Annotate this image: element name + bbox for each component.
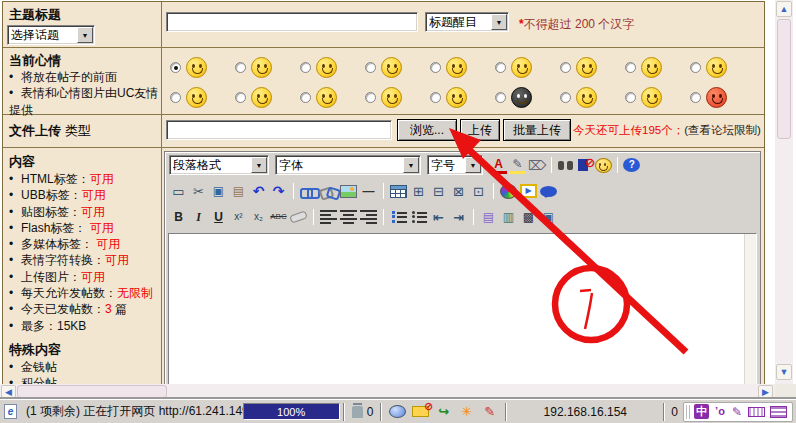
- insert-column-icon[interactable]: ⊟: [430, 183, 447, 200]
- smile-emoticon-icon: [186, 57, 207, 78]
- insert-row-icon[interactable]: ⊠: [450, 183, 467, 200]
- undo-icon[interactable]: ↶: [250, 183, 267, 200]
- underline-icon[interactable]: U: [210, 209, 227, 226]
- insert-image-icon[interactable]: [340, 185, 357, 198]
- emoticon-radio-ninja[interactable]: [495, 92, 506, 103]
- emoticon-radio-hammer[interactable]: [625, 92, 636, 103]
- align-right-icon[interactable]: [360, 209, 377, 226]
- view-source-icon[interactable]: ▥: [500, 209, 517, 226]
- emoticon-radio-surprised[interactable]: [690, 62, 701, 73]
- new-document-icon[interactable]: ▭: [170, 183, 187, 200]
- preview-icon[interactable]: ▣: [540, 209, 557, 226]
- emoticon-radio-sad[interactable]: [560, 92, 571, 103]
- align-center-icon[interactable]: [340, 209, 357, 226]
- superscript-icon[interactable]: x²: [230, 209, 247, 226]
- emoticon-radio-sweat[interactable]: [430, 92, 441, 103]
- bold-icon[interactable]: B: [170, 209, 187, 226]
- indent-icon[interactable]: ⇥: [450, 209, 467, 226]
- horizontal-rule-icon[interactable]: ―: [360, 183, 377, 200]
- forum-limit-link[interactable]: (查看论坛限制): [684, 124, 761, 136]
- font-family-select[interactable]: 字体 ▼: [275, 155, 421, 175]
- emoticon-radio-frown[interactable]: [235, 92, 246, 103]
- ordered-list-icon[interactable]: [390, 209, 407, 226]
- network-icon[interactable]: [389, 405, 406, 418]
- scroll-left-button[interactable]: ◀: [1, 385, 16, 398]
- uc-block-icon[interactable]: [576, 157, 593, 174]
- page-vertical-scrollbar[interactable]: ▲ ▼: [775, 0, 793, 384]
- insert-quote-icon[interactable]: [540, 186, 557, 197]
- redo-icon[interactable]: ↷: [270, 183, 287, 200]
- emoticon-radio-shy[interactable]: [235, 62, 246, 73]
- subscript-icon[interactable]: x₂: [250, 209, 267, 226]
- alert-icon[interactable]: ✳: [458, 403, 475, 420]
- ime-keyboard-icon[interactable]: [748, 407, 765, 417]
- popup-blocked-icon[interactable]: [412, 406, 429, 417]
- ime-menu-icon[interactable]: [770, 406, 787, 418]
- help-icon[interactable]: ?: [623, 158, 640, 172]
- paste-icon[interactable]: ▤: [230, 183, 247, 200]
- font-size-select[interactable]: 字号 ▼: [427, 155, 483, 175]
- emoticon-radio-tongue[interactable]: [430, 62, 441, 73]
- strikethrough-icon[interactable]: ABC: [270, 209, 287, 226]
- highlight-icon[interactable]: ✎: [509, 157, 526, 174]
- download-icon[interactable]: ↪: [435, 403, 452, 420]
- emoticon-radio-angry[interactable]: [690, 92, 701, 103]
- paragraph-format-select[interactable]: 段落格式 ▼: [169, 155, 269, 175]
- emoticon-radio-sleepy[interactable]: [625, 62, 636, 73]
- insert-table-icon[interactable]: [390, 185, 407, 198]
- find-icon[interactable]: [557, 157, 574, 174]
- horizontal-scroll-thumb[interactable]: [17, 385, 167, 398]
- browse-button[interactable]: 浏览...: [397, 119, 457, 141]
- emoticon-radio-lick[interactable]: [560, 62, 571, 73]
- ime-grip-handle[interactable]: [686, 405, 690, 419]
- title-style-select[interactable]: 标题醒目 ▼: [425, 12, 509, 32]
- cut-icon[interactable]: ✂: [190, 183, 207, 200]
- scroll-down-button[interactable]: ▼: [776, 364, 792, 380]
- select-all-icon[interactable]: ▩: [520, 209, 537, 226]
- paste-plain-icon[interactable]: ▤: [480, 209, 497, 226]
- ime-pen-icon[interactable]: ✎: [731, 403, 743, 420]
- remove-format-icon[interactable]: [289, 210, 308, 223]
- emoticon-radio-smile[interactable]: [170, 62, 181, 73]
- insert-media-icon[interactable]: ▶: [520, 184, 537, 198]
- emoticon-radio-cool-sunglasses[interactable]: [495, 62, 506, 73]
- eraser-3d-icon[interactable]: ⌦: [528, 157, 546, 174]
- remove-link-icon[interactable]: [320, 183, 337, 200]
- insert-emoticon-icon[interactable]: [595, 158, 612, 173]
- ime-lang-icon[interactable]: 中: [694, 404, 709, 419]
- batch-upload-button[interactable]: 批量上传: [503, 119, 571, 141]
- subject-title-input[interactable]: [166, 12, 418, 32]
- laugh-cry-emoticon-icon: [381, 87, 402, 108]
- insert-flash-icon[interactable]: [500, 184, 517, 199]
- toolbar-separator: [383, 183, 384, 199]
- page-horizontal-scrollbar[interactable]: ◀ ▶: [0, 384, 775, 399]
- edit-page-icon[interactable]: ✎: [481, 403, 498, 420]
- scroll-right-button[interactable]: ▶: [758, 385, 773, 398]
- emoticon-radio-yawn[interactable]: [300, 92, 311, 103]
- file-upload-input[interactable]: [166, 120, 392, 140]
- hyperlink-icon[interactable]: [300, 183, 317, 200]
- emoticon-radio-heart-eyes[interactable]: [365, 62, 376, 73]
- copy-icon[interactable]: ▣: [210, 183, 227, 200]
- align-left-icon[interactable]: [320, 209, 337, 226]
- topic-select[interactable]: 选择话题 ▼: [7, 25, 95, 45]
- emoticon-radio-question[interactable]: [170, 92, 181, 103]
- italic-icon[interactable]: I: [190, 209, 207, 226]
- editor-scrollbar[interactable]: [744, 234, 756, 384]
- toolbar-icons-1: A✎⌦?: [489, 157, 641, 174]
- ime-tone-icon[interactable]: ʼo: [714, 403, 726, 420]
- editor-text-area[interactable]: [168, 233, 757, 385]
- vertical-scroll-thumb[interactable]: [777, 19, 791, 139]
- scroll-up-button[interactable]: ▲: [776, 1, 792, 17]
- emoticon-radio-blush[interactable]: [300, 62, 311, 73]
- upload-button[interactable]: 上传: [460, 119, 500, 141]
- insert-cell-icon[interactable]: ⊞: [410, 183, 427, 200]
- font-color-icon[interactable]: A: [490, 157, 507, 174]
- unordered-list-icon[interactable]: [410, 209, 427, 226]
- outdent-icon[interactable]: ⇤: [430, 209, 447, 226]
- content-permission-item: •UBB标签：可用: [9, 187, 160, 203]
- emoticon-radio-laugh-cry[interactable]: [365, 92, 376, 103]
- split-cell-icon[interactable]: ⊡: [470, 183, 487, 200]
- ime-language-bar[interactable]: 中ʼo✎: [683, 402, 793, 422]
- trash-icon[interactable]: [352, 406, 363, 418]
